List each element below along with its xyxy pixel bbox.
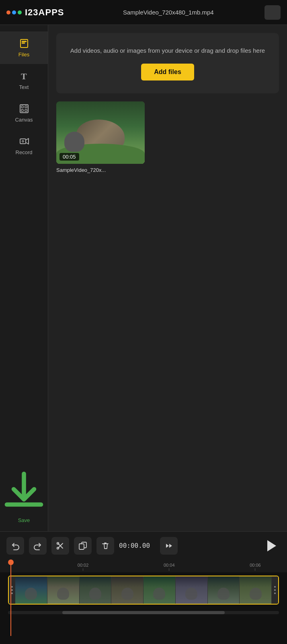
- logo-dots: [6, 10, 22, 14]
- timeline-track-area: [0, 572, 287, 608]
- frame-cell-2: [47, 576, 80, 604]
- svg-text:T: T: [21, 71, 27, 81]
- handle-dot: [11, 589, 13, 591]
- sidebar-record-label: Record: [16, 149, 33, 155]
- video-thumbnail: 00:05: [56, 101, 145, 164]
- sidebar-save[interactable]: Save: [0, 459, 48, 531]
- track-frames: [15, 576, 272, 604]
- drop-zone[interactable]: Add videos, audio or images from your de…: [56, 33, 279, 93]
- ruler-tick-0002: [83, 568, 83, 571]
- frame-animal-2: [57, 588, 69, 600]
- svg-rect-6: [25, 106, 27, 108]
- frame-animal-6: [185, 588, 197, 600]
- video-track[interactable]: [8, 576, 279, 605]
- sidebar-item-files[interactable]: Files: [0, 31, 48, 64]
- timeline-scrollbar-thumb[interactable]: [62, 611, 225, 614]
- timeline-area[interactable]: 00:02 00:04 00:06: [0, 559, 287, 644]
- svg-rect-9: [20, 139, 26, 144]
- copy-icon: [78, 541, 87, 550]
- time-display: 00:00.00: [119, 542, 155, 549]
- cut-button[interactable]: [51, 537, 69, 555]
- svg-rect-8: [25, 109, 27, 111]
- svg-rect-1: [22, 41, 27, 42]
- handle-dot: [11, 592, 13, 594]
- delete-button[interactable]: [96, 537, 114, 555]
- frame-cell-3: [80, 576, 112, 604]
- frame-animal-3: [89, 588, 101, 600]
- frame-cell-8: [240, 576, 272, 604]
- copy-button[interactable]: [74, 537, 92, 555]
- play-button[interactable]: [263, 537, 281, 555]
- playhead-circle[interactable]: [8, 559, 14, 565]
- svg-rect-2: [22, 43, 25, 43]
- sidebar: Files T Text Canvas Record: [0, 25, 48, 531]
- ruler-mark-0002: 00:02: [78, 563, 89, 571]
- drop-zone-text: Add videos, audio or images from your de…: [64, 46, 271, 56]
- frame-animal-1: [25, 588, 37, 600]
- frame-cell-6: [176, 576, 208, 604]
- file-name: SampleVideo_720x...: [56, 167, 145, 173]
- redo-button[interactable]: [29, 537, 47, 555]
- main-layout: Files T Text Canvas Record: [0, 25, 287, 531]
- ruler-tick-0006: [255, 568, 255, 571]
- frame-cell-7: [208, 576, 240, 604]
- handle-dot-r3: [274, 592, 276, 594]
- logo-area: I23APPS: [6, 7, 64, 18]
- ruler-tick-0004: [169, 568, 169, 571]
- play-triangle-icon: [267, 540, 276, 551]
- frame-animal-4: [121, 588, 133, 600]
- track-left-handle[interactable]: [9, 576, 15, 604]
- logo-text: I23APPS: [25, 7, 64, 18]
- handle-dot-r2: [274, 589, 276, 591]
- toolbar: 00:00.00: [0, 531, 287, 559]
- playhead-line: [10, 565, 11, 636]
- sidebar-text-label: Text: [19, 84, 29, 90]
- add-files-button[interactable]: Add files: [141, 64, 194, 80]
- rewind-button[interactable]: [160, 537, 178, 555]
- frame-animal-7: [217, 588, 230, 600]
- svg-rect-5: [21, 106, 23, 108]
- record-icon: [18, 136, 30, 147]
- track-right-handle[interactable]: [272, 576, 278, 604]
- header-filename: SampleVideo_720x480_1mb.mp4: [72, 9, 265, 16]
- handle-dot-r1: [274, 586, 276, 588]
- dot-red: [6, 10, 10, 14]
- svg-rect-7: [21, 109, 23, 111]
- timeline-scrollbar-area[interactable]: [8, 611, 279, 614]
- files-icon: [18, 38, 30, 49]
- svg-rect-14: [79, 544, 84, 549]
- timeline-ruler: 00:02 00:04 00:06: [0, 559, 287, 572]
- frame-cell-4: [111, 576, 144, 604]
- header: I23APPS SampleVideo_720x480_1mb.mp4: [0, 0, 287, 25]
- undo-button[interactable]: [6, 537, 24, 555]
- ruler-label-0006: 00:06: [250, 563, 261, 568]
- ruler-label-0004: 00:04: [164, 563, 175, 568]
- ruler-label-0002: 00:02: [78, 563, 89, 568]
- sidebar-item-record[interactable]: Record: [0, 129, 48, 162]
- sidebar-save-label: Save: [18, 517, 30, 523]
- dot-blue: [12, 10, 16, 14]
- rewind-icon: [164, 541, 173, 550]
- header-right-button[interactable]: [264, 5, 281, 20]
- undo-icon: [11, 541, 20, 550]
- sidebar-canvas-label: Canvas: [15, 117, 33, 123]
- frame-animal-5: [153, 588, 165, 600]
- cut-icon: [56, 541, 65, 550]
- list-item[interactable]: 00:05 SampleVideo_720x...: [56, 101, 145, 173]
- canvas-icon: [18, 103, 30, 114]
- frame-animal-8: [250, 588, 262, 600]
- delete-icon: [101, 541, 110, 550]
- ruler-mark-0004: 00:04: [164, 563, 175, 571]
- frame-cell-1: [15, 576, 47, 604]
- frame-cell-5: [144, 576, 176, 604]
- sidebar-item-text[interactable]: T Text: [0, 64, 48, 97]
- sidebar-item-canvas[interactable]: Canvas: [0, 97, 48, 129]
- text-icon: T: [18, 70, 30, 82]
- ruler-mark-0006: 00:06: [250, 563, 261, 571]
- redo-icon: [33, 541, 42, 550]
- file-grid: 00:05 SampleVideo_720x...: [56, 101, 279, 173]
- content-area: Add videos, audio or images from your de…: [48, 25, 287, 531]
- svg-point-10: [22, 140, 24, 142]
- handle-dot: [11, 586, 13, 588]
- dot-green: [18, 10, 22, 14]
